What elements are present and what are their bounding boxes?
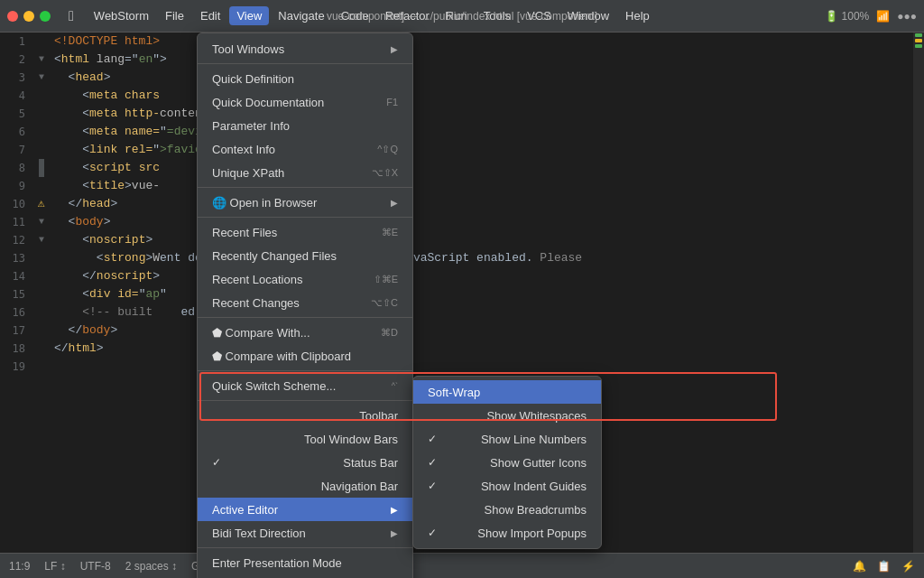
menu-item-soft-wrap[interactable]: Soft-Wrap: [413, 380, 601, 404]
menu-item-tool-window-bars[interactable]: Tool Window Bars: [198, 427, 412, 451]
menu-item-show-line-numbers[interactable]: ✓ Show Line Numbers: [413, 427, 601, 451]
view-menu-item[interactable]: View: [229, 6, 269, 25]
menu-item-recent-files[interactable]: Recent Files ⌘E: [198, 220, 412, 244]
code-line-12: 12 ▼ <noscript>: [0, 231, 913, 249]
menu-item-quick-definition[interactable]: Quick Definition: [198, 67, 412, 90]
webstorm-menu[interactable]: WebStorm: [87, 6, 156, 25]
line-content: <script src: [51, 159, 160, 177]
menu-divider: [198, 370, 412, 371]
menu-item-recently-changed[interactable]: Recently Changed Files: [198, 244, 412, 267]
menu-item-show-whitespaces[interactable]: Show Whitespaces: [413, 404, 601, 427]
fold-icon[interactable]: ▼: [39, 213, 44, 231]
menu-shortcut: ^⇧Q: [377, 144, 398, 155]
line-gutter: ⚠: [32, 195, 51, 213]
menu-item-show-gutter-icons[interactable]: ✓ Show Gutter Icons: [413, 451, 601, 474]
line-content: <body>: [51, 213, 110, 231]
line-number: 12: [0, 231, 32, 249]
line-gutter: [32, 340, 51, 358]
line-number: 6: [0, 123, 32, 141]
menu-item-label: Show Line Numbers: [481, 433, 587, 446]
view-menu-dropdown[interactable]: Tool Windows ▶ Quick Definition Quick Do…: [197, 33, 413, 578]
check-icon: [428, 503, 442, 516]
menu-divider: [198, 547, 412, 548]
notification-icon[interactable]: 🔔: [853, 560, 866, 573]
line-content: [51, 358, 61, 376]
line-gutter: [32, 87, 51, 105]
line-gutter: [32, 141, 51, 159]
menu-item-show-breadcrumbs[interactable]: Show Breadcrumbs: [413, 498, 601, 521]
line-content: <meta chars: [51, 87, 160, 105]
maximize-button[interactable]: [40, 11, 51, 22]
code-line-5: 5 <meta http-content="IE=edge">: [0, 105, 913, 123]
menu-item-parameter-info[interactable]: Parameter Info: [198, 114, 412, 137]
menu-item-recent-changes[interactable]: Recent Changes ⌥⇧C: [198, 291, 412, 314]
menu-item-recent-locations[interactable]: Recent Locations ⇧⌘E: [198, 267, 412, 291]
menu-item-show-import-popups[interactable]: ✓ Show Import Popups: [413, 521, 601, 545]
file-menu[interactable]: File: [158, 6, 191, 25]
line-number: 11: [0, 213, 32, 231]
apple-menu[interactable]: : [61, 5, 81, 27]
line-number: 13: [0, 249, 32, 267]
menu-item-label: Tool Window Bars: [304, 433, 398, 446]
menu-shortcut: ⌥⇧X: [372, 167, 398, 179]
edit-menu[interactable]: Edit: [193, 6, 227, 25]
menu-item-label: Quick Switch Scheme...: [212, 379, 336, 393]
menu-item-active-editor[interactable]: Active Editor ▶: [198, 498, 412, 521]
line-content: </noscript>: [51, 267, 160, 285]
menu-item-enter-distraction[interactable]: Enter Distraction Free Mode: [198, 574, 412, 578]
fold-icon[interactable]: ▼: [39, 69, 44, 87]
menu-item-context-info[interactable]: Context Info ^⇧Q: [198, 137, 412, 161]
menu-item-label: Recent Changes: [212, 296, 300, 310]
cursor-position[interactable]: 11:9: [9, 560, 30, 573]
line-ending[interactable]: LF ↕: [44, 560, 65, 573]
menu-item-status-bar[interactable]: ✓ Status Bar: [198, 451, 412, 474]
submenu-arrow: ▶: [391, 505, 398, 515]
fold-icon[interactable]: ▼: [39, 51, 44, 69]
code-line-2: 2 ▼ <html lang="en">: [0, 51, 913, 69]
menu-item-toolbar[interactable]: Toolbar: [198, 404, 412, 427]
menu-item-label: Show Indent Guides: [481, 480, 587, 493]
menu-item-quick-switch[interactable]: Quick Switch Scheme... ^`: [198, 374, 412, 397]
active-editor-submenu[interactable]: Soft-Wrap Show Whitespaces ✓ Show Line N…: [412, 376, 602, 549]
line-number: 1: [0, 33, 32, 51]
menu-shortcut: ⌥⇧C: [371, 297, 398, 309]
menu-item-quick-documentation[interactable]: Quick Documentation F1: [198, 90, 412, 114]
menu-item-compare-with[interactable]: ⬟ Compare With... ⌘D: [198, 321, 412, 344]
check-icon: [212, 480, 226, 492]
menu-divider: [198, 187, 412, 188]
menu-shortcut: ⇧⌘E: [374, 274, 398, 285]
line-gutter: [32, 105, 51, 123]
menu-item-enter-presentation[interactable]: Enter Presentation Mode: [198, 551, 412, 574]
menu-item-bidi-text[interactable]: Bidi Text Direction ▶: [198, 521, 412, 545]
wifi-icon: 📶: [876, 10, 890, 23]
close-button[interactable]: [7, 11, 18, 22]
menu-item-show-indent-guides[interactable]: ✓ Show Indent Guides: [413, 474, 601, 498]
indent[interactable]: 2 spaces ↕: [125, 560, 177, 573]
fold-icon[interactable]: ▼: [39, 231, 44, 249]
code-line-3: 3 ▼ <head>: [0, 69, 913, 87]
line-gutter: ▼: [32, 51, 51, 69]
line-gutter: [32, 177, 51, 195]
help-menu[interactable]: Help: [618, 6, 657, 25]
menu-item-tool-windows[interactable]: Tool Windows ▶: [198, 37, 412, 61]
navigate-menu[interactable]: Navigate: [271, 6, 331, 25]
line-gutter: ▼: [32, 213, 51, 231]
menu-item-unique-xpath[interactable]: Unique XPath ⌥⇧X: [198, 161, 412, 184]
event-log-icon[interactable]: 📋: [877, 560, 891, 573]
line-number: 9: [0, 177, 32, 195]
line-gutter: [32, 358, 51, 376]
check-icon: [428, 409, 442, 422]
menu-item-compare-clipboard[interactable]: ⬟ Compare with Clipboard: [198, 344, 412, 368]
menu-item-label: Show Import Popups: [477, 527, 587, 540]
menu-item-navigation-bar[interactable]: Navigation Bar: [198, 474, 412, 498]
line-gutter: [32, 123, 51, 141]
minimize-button[interactable]: [23, 11, 34, 22]
code-line-16: 16 <!-- built ed -->: [0, 303, 913, 322]
gutter-mark: [915, 33, 922, 37]
code-line-8: 8 <script src: [0, 159, 913, 177]
menu-shortcut: ⌘E: [382, 227, 398, 238]
menu-item-open-browser[interactable]: 🌐 Open in Browser ▶: [198, 191, 412, 214]
code-line-4: 4 <meta chars: [0, 87, 913, 105]
encoding[interactable]: UTF-8: [80, 560, 111, 573]
problems-icon[interactable]: ⚡: [901, 560, 915, 573]
